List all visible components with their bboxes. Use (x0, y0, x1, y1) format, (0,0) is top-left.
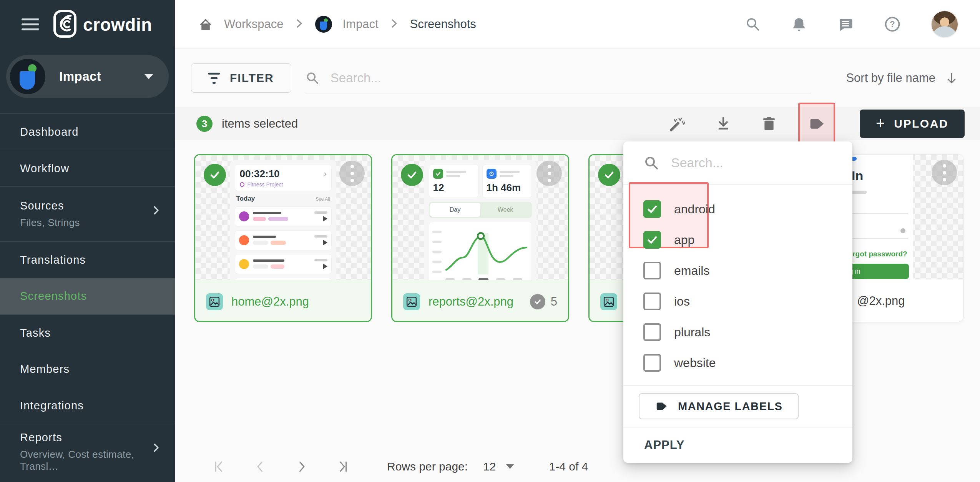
screenshot-card-home[interactable]: 00:32:10 › Fitness Project Today See All (194, 154, 372, 322)
filter-button[interactable]: FILTER (191, 63, 291, 93)
thumbnail-preview: 00:32:10 › Fitness Project Today See All (230, 160, 336, 280)
checkbox-checked-icon[interactable] (643, 200, 661, 218)
label-filter-dropdown: android app emails ios plurals (623, 141, 852, 463)
sidebar-item-screenshots[interactable]: Screenshots (0, 278, 175, 314)
breadcrumb-project[interactable]: Impact (343, 17, 379, 31)
pagination: Rows per page: 12 1-4 of 4 (212, 460, 588, 474)
screenshot-card-reports[interactable]: 12 1h 46m Day (391, 154, 569, 322)
header-icons: ? (745, 10, 958, 38)
crowdin-logo[interactable]: crowdin (53, 10, 152, 40)
screenshot-filename[interactable]: @2x.png (857, 294, 905, 308)
sidebar-item-dashboard[interactable]: Dashboard (0, 113, 175, 150)
help-icon[interactable]: ? (884, 16, 901, 33)
project-switcher[interactable]: Impact (6, 55, 169, 98)
last-page-icon[interactable] (336, 460, 350, 474)
selected-check-icon[interactable] (204, 164, 226, 186)
card-menu-kebab[interactable] (537, 161, 562, 186)
breadcrumb-project-avatar (315, 16, 332, 33)
home-icon[interactable] (198, 17, 213, 32)
selected-text: items selected (222, 117, 298, 131)
checkbox-unchecked-icon[interactable] (643, 323, 661, 341)
breadcrumb-workspace[interactable]: Workspace (224, 17, 284, 31)
label-option-app[interactable]: app (623, 224, 852, 255)
sidebar-nav: Dashboard Workflow Sources Files, String… (0, 113, 175, 479)
checkbox-unchecked-icon[interactable] (643, 354, 661, 372)
card-menu-kebab[interactable] (339, 161, 365, 186)
label-tag-icon[interactable] (808, 116, 825, 131)
thumb-line-chart (429, 222, 532, 280)
caret-down-icon[interactable] (506, 464, 514, 469)
caret-down-icon (144, 74, 153, 79)
image-file-icon (403, 293, 420, 310)
messages-chat-icon[interactable] (837, 16, 854, 32)
search-input[interactable] (331, 71, 812, 85)
sidebar-item-workflow[interactable]: Workflow (0, 150, 175, 186)
screenshot-thumbnail: 12 1h 46m Day (392, 155, 568, 280)
notifications-bell-icon[interactable] (791, 16, 807, 32)
thumb-timer: 00:32:10 (240, 168, 280, 180)
rows-per-page-label: Rows per page: (387, 460, 468, 473)
checkbox-unchecked-icon[interactable] (643, 293, 661, 310)
thumb-stat-completed: 12 (433, 182, 474, 194)
download-icon[interactable] (715, 116, 731, 132)
manage-labels-button[interactable]: MANAGE LABELS (639, 393, 799, 419)
user-avatar[interactable] (931, 10, 958, 38)
rows-per-page-value[interactable]: 12 (483, 460, 496, 473)
card-menu-kebab[interactable] (932, 160, 957, 185)
eye-icon (900, 228, 905, 233)
label-option-plurals[interactable]: plurals (623, 317, 852, 347)
sort-label: Sort by file name (846, 71, 935, 85)
sidebar-item-translations[interactable]: Translations (0, 241, 175, 278)
label-option-android[interactable]: android (623, 194, 852, 224)
upload-button[interactable]: + UPLOAD (860, 110, 965, 138)
checkbox-checked-icon[interactable] (643, 231, 661, 249)
search-icon (305, 71, 320, 85)
filter-icon (208, 73, 220, 84)
screenshot-search (305, 63, 812, 93)
main-area: Workspace Impact Screenshots (175, 0, 980, 482)
label-tag-icon (655, 401, 668, 412)
prev-page-icon[interactable] (253, 460, 267, 474)
sidebar-item-integrations[interactable]: Integrations (0, 387, 175, 424)
sidebar-item-sources[interactable]: Sources Files, Strings (0, 186, 175, 241)
search-icon[interactable] (745, 16, 761, 32)
next-page-icon[interactable] (295, 460, 309, 474)
thumb-stat-duration: 1h 46m (487, 182, 528, 194)
selected-count-badge: 3 (196, 116, 213, 132)
sidebar-top: crowdin (0, 0, 175, 49)
label-option-ios[interactable]: ios (623, 286, 852, 317)
image-file-icon (600, 293, 617, 310)
label-option-emails[interactable]: emails (623, 255, 852, 286)
card-footer: home@2x.png (195, 280, 371, 322)
crowdin-logo-text: crowdin (83, 14, 152, 35)
hamburger-menu-icon[interactable] (22, 18, 39, 30)
sidebar-item-tasks[interactable]: Tasks (0, 314, 175, 351)
breadcrumb: Workspace Impact Screenshots (198, 16, 476, 33)
delete-trash-icon[interactable] (761, 116, 777, 132)
sidebar-item-members[interactable]: Members (0, 351, 175, 387)
label-button-highlight (798, 103, 835, 145)
svg-text:?: ? (890, 19, 895, 29)
thumb-project-label: Fitness Project (247, 181, 283, 188)
sidebar: crowdin Impact Dashboard Workflow Source… (0, 0, 175, 482)
screenshot-thumbnail: 00:32:10 › Fitness Project Today See All (195, 155, 371, 280)
label-option-website[interactable]: website (623, 347, 852, 378)
thumb-forgot-link: Forgot password? (844, 250, 907, 258)
thumb-day-week-toggle: Day Week (429, 202, 532, 218)
selected-check-icon[interactable] (598, 164, 620, 186)
app-screen: crowdin Impact Dashboard Workflow Source… (0, 0, 980, 482)
sidebar-item-reports[interactable]: Reports Overview, Cost estimate, Transl… (0, 424, 175, 479)
first-page-icon[interactable] (212, 460, 226, 474)
sidebar-item-sources-sub: Files, Strings (20, 217, 175, 229)
screenshot-filename[interactable]: reports@2x.png (429, 295, 513, 309)
label-list: android app emails ios plurals (623, 184, 852, 385)
screenshot-filename[interactable]: home@2x.png (231, 295, 309, 309)
auto-tag-wand-icon[interactable] (668, 115, 685, 132)
label-search-input[interactable] (671, 155, 841, 170)
tagged-strings-count: 5 (530, 294, 557, 309)
checkbox-unchecked-icon[interactable] (643, 262, 661, 279)
sort-control[interactable]: Sort by file name (846, 71, 958, 85)
apply-button[interactable]: APPLY (623, 427, 852, 463)
selected-check-icon[interactable] (401, 164, 423, 186)
filter-row: FILTER Sort by file name (175, 49, 980, 107)
